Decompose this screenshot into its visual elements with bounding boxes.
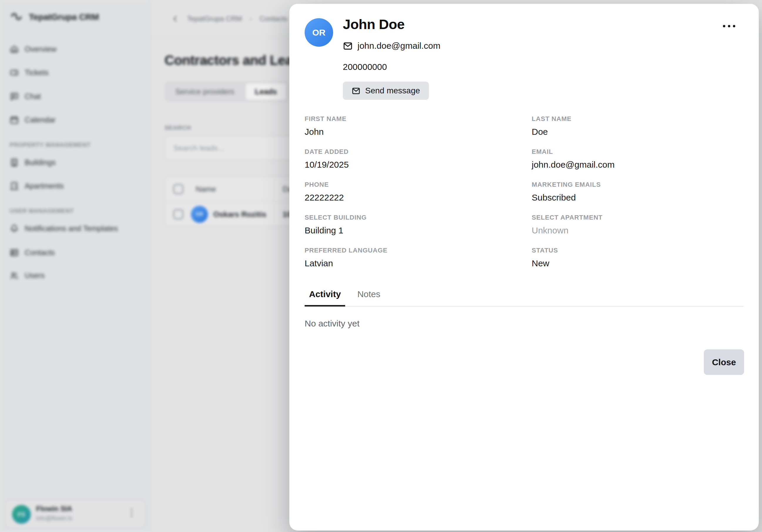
close-button[interactable]: Close — [704, 349, 744, 375]
field-label: MARKETING EMAILS — [532, 181, 743, 188]
field-value: Doe — [532, 127, 743, 137]
app-root: TepatGrupa CRM Overview Tickets Chat Cal… — [0, 0, 762, 532]
field-label: PREFERRED LANGUAGE — [305, 247, 532, 254]
field-select-building: SELECT BUILDING Building 1 — [305, 214, 532, 235]
field-select-apartment: SELECT APARTMENT Unknown — [532, 214, 743, 235]
contact-phone: 200000000 — [343, 62, 387, 72]
field-label: EMAIL — [532, 148, 743, 156]
field-date-added: DATE ADDED 10/19/2025 — [305, 148, 532, 170]
field-first-name: FIRST NAME John — [305, 115, 532, 137]
field-label: FIRST NAME — [305, 115, 532, 123]
field-phone: PHONE 22222222 — [305, 181, 532, 203]
empty-activity-text: No activity yet — [305, 318, 359, 329]
contact-name-title: John Doe — [343, 16, 405, 32]
field-label: SELECT APARTMENT — [532, 214, 743, 221]
contact-fields-grid: FIRST NAME John LAST NAME Doe DATE ADDED… — [305, 115, 743, 268]
field-marketing-emails: MARKETING EMAILS Subscribed — [532, 181, 743, 203]
mail-icon — [351, 86, 360, 95]
field-value: John — [305, 127, 532, 137]
field-label: PHONE — [305, 181, 532, 188]
field-value: 22222222 — [305, 193, 532, 203]
field-email: EMAIL john.doe@gmail.com — [532, 148, 743, 170]
contact-email: john.doe@gmail.com — [357, 41, 440, 51]
more-options-button[interactable] — [723, 25, 735, 27]
field-value: Building 1 — [305, 226, 532, 235]
contact-avatar: OR — [305, 18, 333, 47]
field-last-name: LAST NAME Doe — [532, 115, 743, 137]
field-preferred-language: PREFERRED LANGUAGE Latvian — [305, 247, 532, 268]
field-value: Unknown — [532, 226, 743, 235]
field-value: Latvian — [305, 258, 532, 268]
field-label: SELECT BUILDING — [305, 214, 532, 221]
field-value: 10/19/2025 — [305, 160, 532, 170]
tab-activity[interactable]: Activity — [305, 289, 345, 306]
tab-notes[interactable]: Notes — [353, 289, 385, 306]
field-value: john.doe@gmail.com — [532, 160, 743, 170]
mail-icon — [343, 41, 353, 51]
contact-email-row: john.doe@gmail.com — [343, 41, 440, 51]
field-label: DATE ADDED — [305, 148, 532, 156]
field-status: STATUS New — [532, 247, 743, 268]
send-message-label: Send message — [365, 86, 420, 96]
field-label: STATUS — [532, 247, 743, 254]
field-value: Subscribed — [532, 193, 743, 203]
send-message-button[interactable]: Send message — [343, 82, 429, 100]
activity-notes-tabs: Activity Notes — [305, 289, 743, 306]
contact-detail-modal: OR John Doe john.doe@gmail.com 200000000… — [289, 4, 759, 531]
field-value: New — [532, 258, 743, 268]
field-label: LAST NAME — [532, 115, 743, 123]
